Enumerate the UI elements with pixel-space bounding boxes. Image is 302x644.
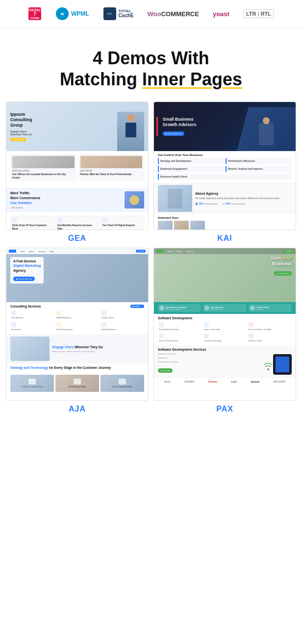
aja-consulting-title: Consulting Services Get Info → [10, 305, 144, 308]
aja-consulting-section: Consulting Services Get Info → New Analy… [6, 302, 148, 334]
kai-hero: Small BusinessGrowth Advisors ▶ Book A M… [154, 102, 296, 151]
gea-hero: Ippsum Consulting Group Engage Users Whe… [6, 102, 148, 151]
aja-bottom-img-1: Research and Analyze [10, 375, 54, 392]
gea-traffic-illustration [125, 191, 144, 208]
plugin-bar: CONTACT 7 FORM W WPML W3 TOTAL CachE Woo… [0, 0, 302, 28]
pax-software-grid: Instant Report Creation Listen to Your D… [158, 321, 292, 343]
demo-gea[interactable]: Ippsum Consulting Group Engage Users Whe… [6, 102, 149, 243]
heading-section: 4 Demos With Matching Inner Pages [0, 28, 302, 102]
heading-line1: 4 Demos With [93, 48, 209, 68]
plugin-ltr-rtl: LTR | RTL [243, 9, 274, 18]
plugin-woocommerce: WooCOMMERCE [148, 10, 199, 18]
pax-quick-item-3: 3 Stars Rating Top quality [249, 304, 292, 312]
aja-bottom-images: Research and Analyze Developing Ideas Co… [6, 373, 148, 394]
kai-services-section: Get Control Over Your Business Strategy … [154, 151, 296, 182]
pax-services-title: Software Development Services [158, 348, 292, 351]
gea-preview: Ippsum Consulting Group Engage Users Whe… [6, 102, 149, 230]
gea-bottom-card-3: Our Team Of Digital Experts [101, 216, 144, 230]
gea-hero-image [117, 112, 144, 151]
kai-about-section: About Agency We create experience and bu… [154, 182, 296, 214]
gea-traffic-section: More Traffic More Conversions One Soluti… [6, 188, 148, 212]
aja-strategy-section: Strategy and Technology for Every Stage … [6, 363, 148, 373]
kai-about-title: About Agency [195, 191, 279, 197]
pax-quick-item-2: Starring Stars Best rated service [203, 304, 246, 312]
gea-cards-section: OUR SOLUTION Our Offices Are Located Dow… [6, 151, 148, 186]
aja-label[interactable]: AJA [69, 405, 86, 413]
aja-engage-image [10, 336, 50, 361]
cache-label: TOTAL CachE [119, 9, 134, 18]
aja-engage-text: Engage Users Wherever They Go [52, 345, 103, 349]
aja-service-list: New Analytics Digital Marketing Design /… [10, 309, 144, 332]
demo-pax[interactable]: Home About Services Contact Start your B… [153, 248, 296, 413]
demo-aja[interactable]: Home About Services Blog Contact A Full-… [6, 248, 149, 413]
aja-preview: Home About Services Blog Contact A Full-… [6, 248, 149, 401]
plugin-contact-form-7: CONTACT 7 FORM [28, 7, 42, 21]
brand-ippsum: ippsum [251, 380, 260, 383]
aja-hero: Home About Services Blog Contact A Full-… [6, 248, 148, 302]
wpml-icon-container: W [55, 7, 69, 21]
plugin-wpml: W WPML [55, 7, 89, 21]
pax-software-title: Software Development [158, 316, 292, 320]
kai-stats: 👤 165+ Satisfied Clients 📈 60% Company R… [195, 203, 279, 206]
pax-hero: Home About Services Contact Start your B… [154, 248, 296, 302]
pax-services-section: Software Development Services Banking an… [154, 345, 296, 377]
aja-engage-section: Engage Users Wherever They Go Bring the … [6, 334, 148, 363]
kai-hero-image [237, 107, 296, 151]
pax-quick-item-1: Quick Report Creation Access reports ins… [158, 304, 201, 312]
gea-label[interactable]: GEA [68, 234, 87, 243]
brand-fortune: Fortune [208, 380, 218, 383]
aja-bottom-img-3: Cost Transformation [101, 375, 144, 392]
gea-bottom-card-1: Daily Grow Of Your Customer Base [10, 216, 54, 230]
ltr-rtl-label: LTR | RTL [243, 9, 274, 18]
kai-label[interactable]: KAI [217, 234, 232, 243]
brand-ebury: ebury [164, 380, 171, 383]
cache-icon-container: W3 [103, 7, 117, 21]
aja-hero-text-overlay: A Full-Service Digital Marketing Agency … [10, 257, 44, 283]
gea-card-2: OUR TEAM Partner With the Team of True P… [78, 154, 145, 181]
yoast-label: yoast [213, 10, 229, 18]
pax-brand-bar: ebury AVANES Fortune Loch ippsum MATCHDA… [154, 377, 296, 386]
brand-avanes: AVANES [184, 380, 194, 383]
pax-preview: Home About Services Contact Start your B… [153, 248, 296, 401]
aja-bottom-img-2: Developing Ideas [55, 375, 99, 392]
pax-software-section: Software Development Instant Report Crea… [154, 314, 296, 345]
gea-bottom-card-2: Get Monthly Reports Increase Sale [55, 216, 99, 230]
heading-line2: Matching Inner Pages [60, 69, 242, 89]
kai-preview: Small BusinessGrowth Advisors ▶ Book A M… [153, 102, 296, 230]
brand-loch: Loch [231, 380, 237, 383]
demo-kai[interactable]: Small BusinessGrowth Advisors ▶ Book A M… [153, 102, 296, 243]
cf7-icon: CONTACT 7 FORM [28, 7, 42, 21]
demo-grid: Ippsum Consulting Group Engage Users Whe… [0, 102, 302, 419]
kai-team-section: Dedicated Team [154, 214, 296, 230]
wpml-label: WPML [71, 10, 89, 17]
pax-quick-bar: Quick Report Creation Access reports ins… [154, 302, 296, 314]
plugin-yoast: yoast [213, 10, 229, 18]
brand-matchday: MATCHDAY [274, 381, 286, 383]
heading-underline: Inner Pages [142, 69, 242, 89]
gea-bottom-cards: Daily Grow Of Your Customer Base Get Mon… [6, 214, 148, 230]
gea-card-1: OUR SOLUTION Our Offices Are Located Dow… [10, 154, 76, 181]
plugin-total-cache: W3 TOTAL CachE [103, 7, 134, 21]
kai-about-image [158, 185, 192, 212]
main-heading: 4 Demos With Matching Inner Pages [10, 48, 292, 90]
pax-label[interactable]: PAX [216, 405, 233, 413]
woocommerce-label: WooCOMMERCE [148, 10, 199, 18]
pax-hero-text-overlay: Start your Business Connect Now [271, 256, 292, 276]
svg-point-0 [267, 368, 269, 370]
gea-hero-text: Ippsum Consulting Group Engage Users Whe… [10, 112, 32, 142]
